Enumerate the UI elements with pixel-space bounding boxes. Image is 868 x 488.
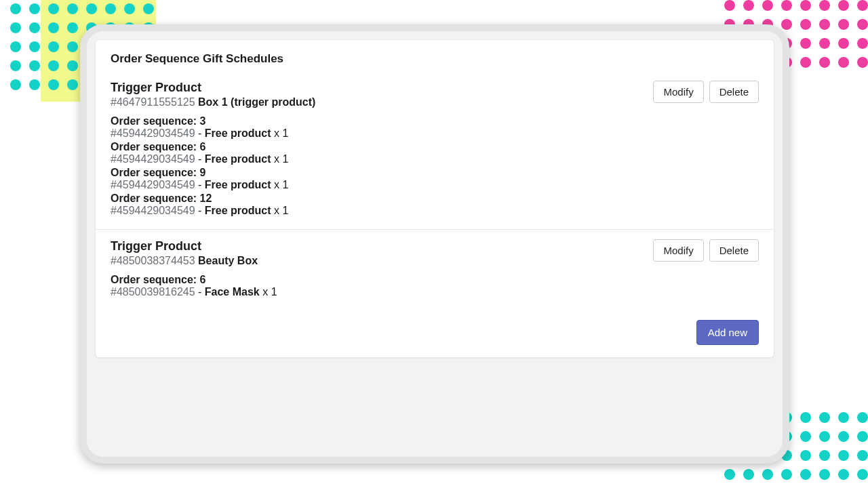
sequence-item-separator: - — [195, 205, 205, 216]
sequence-item-name: Free product — [205, 205, 271, 216]
sequence-item-id: #4850039816245 — [111, 286, 195, 298]
order-sequence-label: Order sequence: 12 — [111, 192, 759, 205]
order-sequence-number: 9 — [200, 167, 206, 178]
sequence-block: Order sequence: 3#4594429034549 - Free p… — [111, 115, 759, 217]
sequence-item-qty-value: 1 — [282, 153, 288, 165]
schedule-section: ModifyDeleteTrigger Product#485003837445… — [96, 230, 774, 310]
order-sequence-prefix: Order sequence: — [111, 192, 200, 204]
sequence-item-separator: - — [195, 127, 205, 139]
sequence-item-name: Free product — [205, 153, 271, 165]
sequence-item-qty: x — [260, 286, 271, 298]
sequence-item: #4850039816245 - Face Mask x 1 — [111, 286, 759, 298]
schedule-actions: ModifyDelete — [653, 81, 759, 103]
device-frame: Order Sequence Gift Schedules ModifyDele… — [80, 24, 789, 464]
sequence-item-id: #4594429034549 — [111, 205, 195, 216]
page-title: Order Sequence Gift Schedules — [96, 40, 774, 71]
order-sequence-number: 12 — [200, 192, 212, 204]
sequence-item-qty: x — [271, 153, 283, 165]
sequence-item-separator: - — [195, 286, 205, 298]
order-sequence-label: Order sequence: 6 — [111, 141, 759, 153]
modify-button[interactable]: Modify — [653, 239, 703, 262]
sequence-item-qty: x — [271, 205, 283, 216]
sequence-item-name: Face Mask — [205, 286, 260, 298]
sequence-item: #4594429034549 - Free product x 1 — [111, 153, 759, 165]
modify-button[interactable]: Modify — [653, 81, 703, 103]
order-sequence-label: Order sequence: 6 — [111, 274, 759, 286]
sequence-item-name: Free product — [205, 179, 271, 190]
order-sequence-prefix: Order sequence: — [111, 274, 200, 285]
delete-button[interactable]: Delete — [709, 239, 759, 262]
sequence-item-qty: x — [271, 179, 283, 190]
sequence-item-separator: - — [195, 153, 205, 165]
sequence-item: #4594429034549 - Free product x 1 — [111, 205, 759, 217]
order-sequence-prefix: Order sequence: — [111, 167, 200, 178]
sequence-item-separator: - — [195, 179, 205, 190]
gift-schedules-card: Order Sequence Gift Schedules ModifyDele… — [95, 39, 774, 358]
trigger-product-id: #4647911555125 — [111, 96, 195, 108]
sequence-block: Order sequence: 6#4850039816245 - Face M… — [111, 274, 759, 298]
order-sequence-number: 6 — [200, 274, 206, 285]
schedule-section: ModifyDeleteTrigger Product#464791155512… — [96, 71, 774, 230]
sequence-item-id: #4594429034549 — [111, 153, 195, 165]
card-footer: Add new — [96, 310, 774, 357]
sequence-item: #4594429034549 - Free product x 1 — [111, 179, 759, 191]
schedule-actions: ModifyDelete — [653, 239, 759, 262]
trigger-product-id: #4850038374453 — [111, 255, 195, 266]
trigger-product-name: Beauty Box — [198, 255, 258, 266]
sequence-item-qty-value: 1 — [271, 286, 277, 298]
order-sequence-label: Order sequence: 9 — [111, 167, 759, 179]
order-sequence-prefix: Order sequence: — [111, 141, 200, 152]
add-new-button[interactable]: Add new — [696, 320, 759, 345]
order-sequence-number: 6 — [200, 141, 206, 152]
sequence-item-qty-value: 1 — [282, 179, 288, 190]
order-sequence-number: 3 — [200, 115, 206, 127]
sequence-item: #4594429034549 - Free product x 1 — [111, 127, 759, 140]
trigger-product-name: Box 1 (trigger product) — [198, 96, 315, 108]
sequence-item-qty-value: 1 — [282, 127, 288, 139]
order-sequence-label: Order sequence: 3 — [111, 115, 759, 127]
order-sequence-prefix: Order sequence: — [111, 115, 200, 127]
sequence-item-id: #4594429034549 — [111, 179, 195, 190]
sequence-item-id: #4594429034549 — [111, 127, 195, 139]
sequence-item-qty: x — [271, 127, 283, 139]
delete-button[interactable]: Delete — [709, 81, 759, 103]
sequence-item-qty-value: 1 — [282, 205, 288, 216]
sequence-item-name: Free product — [205, 127, 271, 139]
